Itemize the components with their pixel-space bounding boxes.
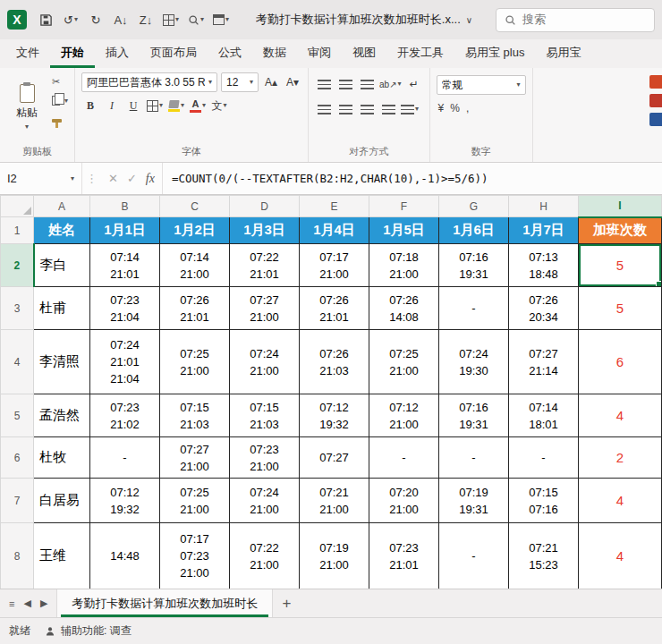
cell-A2[interactable]: 李白 <box>34 244 90 287</box>
cell-I8[interactable]: 4 <box>579 523 662 589</box>
redo-button[interactable]: ↻ <box>84 8 107 31</box>
phonetic-button[interactable]: 文▾ <box>210 97 228 114</box>
cell-C7[interactable]: 07:25 21:00 <box>160 479 230 523</box>
cell-A8[interactable]: 王维 <box>34 523 90 589</box>
cell-F8[interactable]: 07:23 21:01 <box>369 523 439 589</box>
cell-F3[interactable]: 07:26 14:08 <box>369 287 439 330</box>
cell-F7[interactable]: 07:20 21:00 <box>369 479 439 523</box>
cell-I5[interactable]: 4 <box>579 394 662 437</box>
view-quick-button[interactable]: ▾ <box>209 8 233 31</box>
cell-C6[interactable]: 07:27 21:00 <box>160 437 230 479</box>
cell-F6[interactable]: - <box>369 437 439 479</box>
cell-borders-button[interactable]: ▾ <box>146 97 164 114</box>
align-left-button[interactable] <box>315 100 333 118</box>
tab-公式[interactable]: 公式 <box>208 39 252 68</box>
cancel-entry-icon[interactable]: ✕ <box>108 172 118 185</box>
cell-I7[interactable]: 4 <box>579 479 662 523</box>
sort-descending-button[interactable]: Z↓ <box>134 8 157 31</box>
tab-易用宝 plus[interactable]: 易用宝 plus <box>454 39 535 68</box>
italic-button[interactable]: I <box>103 97 121 114</box>
cell-D3[interactable]: 07:27 21:00 <box>230 287 300 330</box>
cell-E4[interactable]: 07:26 21:03 <box>300 330 369 394</box>
cell-C4[interactable]: 07:25 21:00 <box>160 330 230 394</box>
bold-button[interactable]: B <box>81 97 99 114</box>
cell-E7[interactable]: 07:21 21:00 <box>300 479 369 523</box>
row-header-6[interactable]: 6 <box>1 437 34 479</box>
cut-button[interactable]: ✂ <box>52 74 68 89</box>
cell-H3[interactable]: 07:26 20:34 <box>509 287 579 330</box>
font-size-combo[interactable]: 12 ▾ <box>221 72 259 92</box>
cell-H8[interactable]: 07:21 15:23 <box>509 523 579 589</box>
row-header-5[interactable]: 5 <box>1 394 34 437</box>
cell-C2[interactable]: 07:14 21:00 <box>160 244 230 287</box>
next-sheet-button[interactable]: ▶ <box>40 597 47 609</box>
row-header-3[interactable]: 3 <box>1 287 34 330</box>
cell-G7[interactable]: 07:19 19:31 <box>439 479 509 523</box>
cell-I2[interactable]: 5 <box>579 244 662 287</box>
cell-H2[interactable]: 07:13 18:48 <box>509 244 579 287</box>
tab-易用宝[interactable]: 易用宝 <box>535 39 591 68</box>
paste-button[interactable]: 粘贴 ▾ <box>6 72 47 142</box>
cell-I1[interactable]: 加班次数 <box>579 217 662 244</box>
tab-开发工具[interactable]: 开发工具 <box>386 39 454 68</box>
cell-D1[interactable]: 1月3日 <box>230 217 300 244</box>
cell-H1[interactable]: 1月7日 <box>509 217 579 244</box>
cell-I3[interactable]: 5 <box>579 287 662 330</box>
cell-D5[interactable]: 07:15 21:03 <box>230 394 300 437</box>
save-button[interactable] <box>34 8 57 31</box>
column-header-G[interactable]: G <box>439 196 509 217</box>
sheet-menu-icon[interactable]: ≡ <box>9 598 14 609</box>
align-center-button[interactable] <box>336 100 354 118</box>
cell-H4[interactable]: 07:27 21:14 <box>509 330 579 394</box>
cell-A7[interactable]: 白居易 <box>34 479 90 523</box>
cell-F2[interactable]: 07:18 21:00 <box>369 244 439 287</box>
tab-页面布局[interactable]: 页面布局 <box>140 39 208 68</box>
underline-button[interactable]: U <box>124 97 142 114</box>
cell-B7[interactable]: 07:12 19:32 <box>90 479 160 523</box>
cell-B5[interactable]: 07:23 21:02 <box>90 394 160 437</box>
cell-B6[interactable]: - <box>90 437 160 479</box>
cell-G5[interactable]: 07:16 19:31 <box>439 394 509 437</box>
cell-F5[interactable]: 07:12 21:00 <box>369 394 439 437</box>
currency-format-button[interactable]: ¥ <box>438 102 445 114</box>
copy-button[interactable]: ▾ <box>52 93 68 108</box>
insert-function-button[interactable]: fx <box>146 172 155 186</box>
column-header-B[interactable]: B <box>90 196 160 217</box>
fill-color-button[interactable]: ▾ <box>167 97 185 114</box>
borders-quick-button[interactable]: ▾ <box>159 8 182 31</box>
cell-D6[interactable]: 07:23 21:00 <box>230 437 300 479</box>
select-all-corner[interactable] <box>1 196 34 217</box>
cell-I6[interactable]: 2 <box>579 437 662 479</box>
tab-视图[interactable]: 视图 <box>342 39 386 68</box>
font-color-button[interactable]: A ▾ <box>189 97 207 114</box>
cell-B4[interactable]: 07:24 21:01 21:04 <box>90 330 160 394</box>
tab-审阅[interactable]: 审阅 <box>297 39 342 68</box>
row-header-7[interactable]: 7 <box>1 479 34 523</box>
title-chevron-icon[interactable]: ∨ <box>466 15 472 25</box>
namebox-resize-handle[interactable]: ⋮ <box>82 163 101 194</box>
column-header-E[interactable]: E <box>300 196 369 217</box>
cell-G8[interactable]: - <box>439 523 509 589</box>
cell-C3[interactable]: 07:26 21:01 <box>160 287 230 330</box>
accessibility-status[interactable]: 辅助功能: 调查 <box>45 623 132 639</box>
conditional-formatting-icon[interactable] <box>649 75 662 89</box>
cell-F4[interactable]: 07:25 21:00 <box>369 330 439 394</box>
row-header-1[interactable]: 1 <box>1 217 34 244</box>
tab-开始[interactable]: 开始 <box>50 39 95 68</box>
number-format-combo[interactable]: 常规 ▾ <box>437 75 526 95</box>
column-header-C[interactable]: C <box>160 196 230 217</box>
align-middle-button[interactable] <box>336 75 354 93</box>
cell-E3[interactable]: 07:26 21:01 <box>300 287 369 330</box>
cell-B2[interactable]: 07:14 21:01 <box>90 244 160 287</box>
column-header-F[interactable]: F <box>369 196 439 217</box>
cell-G1[interactable]: 1月6日 <box>439 217 509 244</box>
format-as-table-icon[interactable] <box>649 94 662 107</box>
search-box[interactable]: 搜索 <box>496 8 655 32</box>
cell-B1[interactable]: 1月1日 <box>90 217 160 244</box>
find-quick-button[interactable]: ▾ <box>184 8 208 31</box>
confirm-entry-icon[interactable]: ✓ <box>127 172 137 185</box>
cell-E2[interactable]: 07:17 21:00 <box>300 244 369 287</box>
sheet-tab-active[interactable]: 考勤打卡数据计算加班次数加班时长 <box>56 589 273 617</box>
cell-C5[interactable]: 07:15 21:03 <box>160 394 230 437</box>
tab-数据[interactable]: 数据 <box>252 39 297 68</box>
